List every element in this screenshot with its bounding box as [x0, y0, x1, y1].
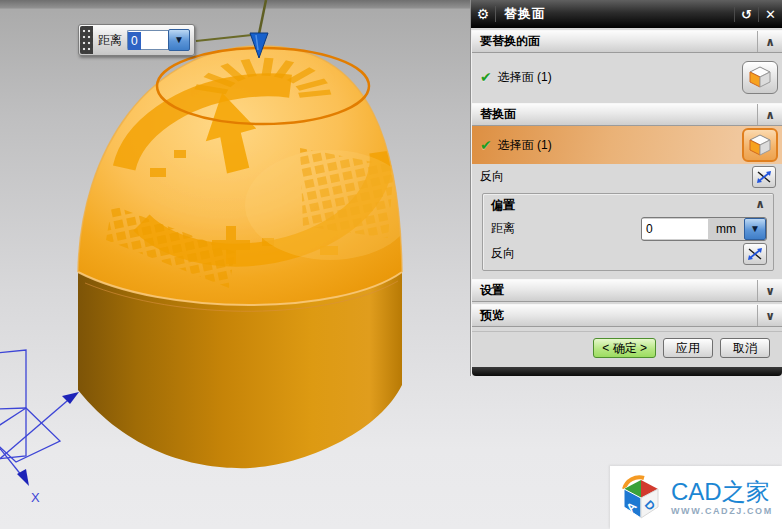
unit-dropdown-button[interactable]: ▼	[744, 218, 766, 240]
dialog-title: 替换面	[496, 5, 734, 23]
dialog-bottom-shadow	[472, 367, 782, 376]
watermark-url: WWW.CADZJ.COM	[671, 506, 773, 516]
collapse-button[interactable]: ∧	[757, 31, 782, 52]
check-icon: ✔	[480, 137, 492, 153]
chevron-up-icon: ∧	[765, 109, 775, 121]
section-target-face-header[interactable]: 要替换的面 ∧	[472, 30, 782, 53]
toolbar-grip-handle[interactable]	[80, 26, 93, 54]
dialog-button-row: < 确定 > 应用 取消	[472, 331, 782, 364]
reverse-direction-icon	[755, 169, 773, 185]
reset-icon[interactable]: ↺	[734, 7, 758, 22]
chevron-up-icon: ∧	[755, 198, 765, 210]
offset-group: 偏置 ∧ 距离 mm ▼ 反向	[482, 193, 774, 271]
dropdown-arrow-icon: ▼	[174, 35, 184, 45]
offset-reverse-label: 反向	[491, 245, 743, 262]
reverse-direction-icon	[746, 246, 764, 262]
distance-input[interactable]	[642, 219, 708, 239]
section-settings-label: 设置	[472, 282, 757, 299]
offset-label: 偏置	[483, 197, 773, 214]
offset-group-header[interactable]: 偏置 ∧	[483, 194, 773, 216]
target-select-face-label: 选择面 (1)	[498, 69, 742, 86]
replace-select-face-label: 选择面 (1)	[498, 137, 742, 154]
distance-field-value: 0	[128, 32, 141, 50]
distance-dropdown-button[interactable]: ▼	[168, 29, 190, 51]
chevron-down-icon: ∨	[765, 285, 775, 297]
reverse-direction-button[interactable]	[752, 166, 776, 188]
check-icon: ✔	[480, 69, 492, 85]
cadzj-watermark: A D CAD之家 WWW.CADZJ.COM	[610, 466, 782, 529]
y-axis-arrow-icon	[62, 392, 79, 404]
cadzj-cube-logo-icon: A D	[618, 475, 664, 521]
dropdown-arrow-icon: ▼	[750, 224, 760, 234]
section-replace-face-header[interactable]: 替换面 ∧	[472, 103, 782, 126]
ok-button[interactable]: < 确定 >	[593, 338, 656, 358]
target-select-face-row[interactable]: ✔ 选择面 (1)	[472, 53, 782, 101]
replace-face-dialog: ⚙ 替换面 ↺ ✕ 要替换的面 ∧ ✔ 选择面 (1) 替换面 ∧ ✔	[470, 0, 782, 376]
cancel-button[interactable]: 取消	[720, 338, 770, 358]
section-preview-header[interactable]: 预览 ∨	[472, 304, 782, 327]
close-icon[interactable]: ✕	[758, 7, 782, 22]
replace-reverse-row: 反向	[472, 164, 782, 189]
target-face-selector-button[interactable]	[742, 61, 778, 94]
replace-select-face-row[interactable]: ✔ 选择面 (1)	[472, 126, 782, 164]
section-target-face-label: 要替换的面	[472, 33, 757, 50]
collapse-button[interactable]: ∧	[757, 104, 782, 125]
distance-mini-toolbar: 距离 0 ▼	[78, 24, 195, 56]
offset-distance-label: 距离	[491, 220, 641, 237]
reverse-label: 反向	[480, 168, 752, 185]
apply-button[interactable]: 应用	[663, 338, 713, 358]
section-replace-face-label: 替换面	[472, 106, 757, 123]
replace-face-selector-button[interactable]	[742, 128, 778, 162]
distance-label: 距离	[98, 32, 122, 49]
watermark-title: CAD之家	[671, 480, 773, 504]
offset-distance-row: 距离 mm ▼	[483, 216, 773, 241]
unit-label[interactable]: mm	[708, 222, 744, 236]
expand-button[interactable]: ∨	[757, 280, 782, 301]
cube-face-icon	[748, 66, 772, 88]
datum-plane-wireframe[interactable]	[0, 350, 60, 462]
offset-reverse-row: 反向	[483, 241, 773, 266]
gear-icon[interactable]: ⚙	[471, 6, 496, 22]
distance-field[interactable]: 0	[127, 30, 168, 50]
chevron-down-icon: ∨	[765, 310, 775, 322]
section-preview-label: 预览	[472, 307, 757, 324]
expand-button[interactable]: ∨	[757, 305, 782, 326]
cube-face-icon	[748, 134, 772, 156]
section-settings-header[interactable]: 设置 ∨	[472, 279, 782, 302]
offset-reverse-button[interactable]	[743, 243, 767, 265]
viewport-3d-scene[interactable]: Y X	[0, 0, 470, 529]
x-axis-label: X	[31, 490, 40, 505]
dialog-titlebar[interactable]: ⚙ 替换面 ↺ ✕	[471, 0, 782, 28]
coordinate-axes[interactable]: Y X	[0, 388, 93, 505]
chevron-up-icon: ∧	[765, 36, 775, 48]
